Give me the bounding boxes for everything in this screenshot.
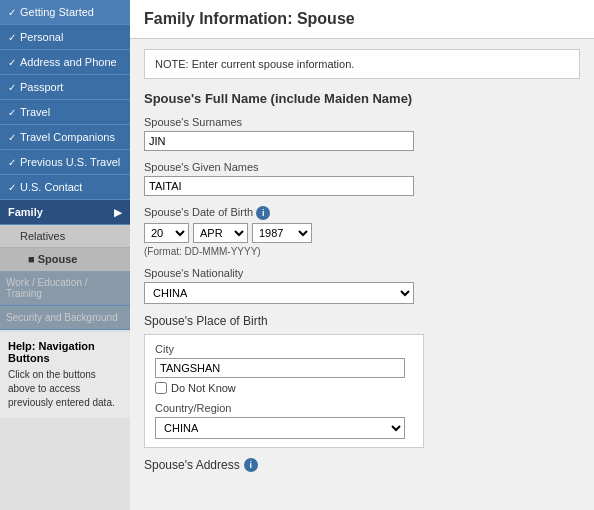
dob-month-select[interactable]: APR [193, 223, 248, 243]
do-not-know-checkbox[interactable] [155, 382, 167, 394]
main-content: Family Information: Spouse NOTE: Enter c… [130, 0, 594, 510]
given-names-group: Spouse's Given Names [144, 161, 580, 196]
spouse-address-section: Spouse's Address i [144, 458, 580, 472]
sidebar-item-passport[interactable]: ✓ Passport [0, 75, 130, 100]
bullet-icon: ■ [28, 253, 38, 265]
country-label: Country/Region [155, 402, 413, 414]
sidebar-item-us-contact[interactable]: ✓ U.S. Contact [0, 175, 130, 200]
surnames-group: Spouse's Surnames [144, 116, 580, 151]
arrow-right-icon: ▶ [114, 207, 122, 218]
sidebar-item-relatives[interactable]: Relatives [0, 225, 130, 248]
content-area: NOTE: Enter current spouse information. … [130, 39, 594, 482]
nationality-select[interactable]: CHINA [144, 282, 414, 304]
sidebar-item-address[interactable]: ✓ Address and Phone [0, 50, 130, 75]
city-input[interactable] [155, 358, 405, 378]
place-birth-title: Spouse's Place of Birth [144, 314, 580, 328]
city-label: City [155, 343, 413, 355]
country-select[interactable]: CHINA [155, 417, 405, 439]
sidebar-item-spouse[interactable]: ■ Spouse [0, 248, 130, 271]
spouse-address-label: Spouse's Address [144, 458, 240, 472]
sidebar-item-work-education: Work / Education / Training [0, 271, 130, 306]
dob-group: Spouse's Date of Birth i 20 APR 1987 (Fo… [144, 206, 580, 257]
sidebar-item-travel[interactable]: ✓ Travel [0, 100, 130, 125]
note-box: NOTE: Enter current spouse information. [144, 49, 580, 79]
check-icon: ✓ [8, 132, 16, 143]
sidebar: ✓ Getting Started ✓ Personal ✓ Address a… [0, 0, 130, 510]
note-text: NOTE: Enter current spouse information. [155, 58, 354, 70]
address-info-icon: i [244, 458, 258, 472]
date-group: 20 APR 1987 [144, 223, 580, 243]
check-icon: ✓ [8, 157, 16, 168]
date-format: (Format: DD-MMM-YYYY) [144, 246, 580, 257]
check-icon: ✓ [8, 107, 16, 118]
help-text: Click on the buttons above to access pre… [8, 368, 122, 410]
sidebar-item-getting-started[interactable]: ✓ Getting Started [0, 0, 130, 25]
page-title: Family Information: Spouse [130, 0, 594, 39]
check-icon: ✓ [8, 57, 16, 68]
sidebar-item-security: Security and Background [0, 306, 130, 330]
surnames-input[interactable] [144, 131, 414, 151]
do-not-know-group: Do Not Know [155, 382, 413, 394]
nationality-label: Spouse's Nationality [144, 267, 580, 279]
place-birth-group: Spouse's Place of Birth City Do Not Know… [144, 314, 580, 448]
check-icon: ✓ [8, 82, 16, 93]
check-icon: ✓ [8, 32, 16, 43]
dob-label: Spouse's Date of Birth i [144, 206, 580, 220]
given-names-input[interactable] [144, 176, 414, 196]
sidebar-item-personal[interactable]: ✓ Personal [0, 25, 130, 50]
sidebar-item-travel-companions[interactable]: ✓ Travel Companions [0, 125, 130, 150]
help-box: Help: Navigation Buttons Click on the bu… [0, 332, 130, 418]
dob-day-select[interactable]: 20 [144, 223, 189, 243]
help-title: Help: Navigation Buttons [8, 340, 122, 364]
do-not-know-label: Do Not Know [171, 382, 236, 394]
sidebar-item-previous-travel[interactable]: ✓ Previous U.S. Travel [0, 150, 130, 175]
section-title: Spouse's Full Name (include Maiden Name) [144, 91, 580, 106]
check-icon: ✓ [8, 7, 16, 18]
info-icon: i [256, 206, 270, 220]
sidebar-item-family[interactable]: Family ▶ [0, 200, 130, 225]
place-birth-box: City Do Not Know Country/Region CHINA [144, 334, 424, 448]
check-icon: ✓ [8, 182, 16, 193]
given-names-label: Spouse's Given Names [144, 161, 580, 173]
nationality-group: Spouse's Nationality CHINA [144, 267, 580, 304]
surnames-label: Spouse's Surnames [144, 116, 580, 128]
dob-year-select[interactable]: 1987 [252, 223, 312, 243]
